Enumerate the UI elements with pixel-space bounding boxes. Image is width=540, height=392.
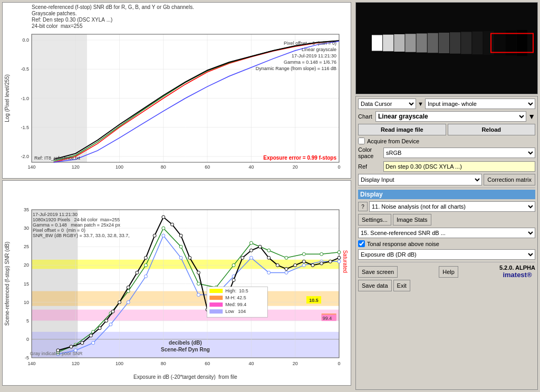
input-image-dropdown[interactable]: Input image- whole bbox=[425, 99, 535, 109]
acquire-row: Acquire from Device bbox=[358, 138, 535, 144]
read-reload-row: Read image file Reload bbox=[358, 124, 535, 135]
bottom-buttons-row: Save screen Help 5.2.0. ALPHA imatest® bbox=[358, 264, 535, 279]
display-dropdown-row: ? 11. Noise analysis (not for all charts… bbox=[358, 201, 535, 212]
chart-type-dropdown[interactable]: 15. Scene-referenced SNR dB ... bbox=[358, 228, 535, 238]
save-screen-button[interactable]: Save screen bbox=[358, 266, 398, 278]
color-space-row: Colorspace sRGB bbox=[358, 146, 535, 159]
image-stats-button[interactable]: Image Stats bbox=[393, 214, 431, 226]
chart-type-row: 15. Scene-referenced SNR dB ... bbox=[358, 228, 535, 238]
acquire-checkbox[interactable] bbox=[358, 138, 365, 144]
display-question-button[interactable]: ? bbox=[358, 202, 368, 211]
display-input-dropdown[interactable]: Display Input bbox=[358, 174, 482, 185]
cursor-dropdown[interactable]: Data Cursor bbox=[358, 99, 416, 109]
version-text: 5.2.0. ALPHA bbox=[499, 264, 535, 271]
read-image-button[interactable]: Read image file bbox=[358, 124, 446, 135]
imatest-logo: imatest® bbox=[503, 271, 532, 279]
acquire-label: Acquire from Device bbox=[367, 138, 419, 144]
chart-row: Chart Linear grayscale ▼ bbox=[358, 111, 535, 122]
chart-dropdown-arrow: ▼ bbox=[528, 112, 535, 121]
settings-button[interactable]: Settings... bbox=[358, 214, 391, 226]
reload-button[interactable]: Reload bbox=[448, 124, 536, 135]
tonal-response-row: Tonal response above noise bbox=[358, 240, 535, 247]
display-correction-row: Display Input Correction matrix bbox=[358, 174, 535, 185]
left-panel bbox=[0, 0, 353, 392]
display-section-header: Display bbox=[358, 190, 535, 199]
cursor-input-row: Data Cursor ▼ Input image- whole bbox=[358, 99, 535, 109]
ref-label: Ref bbox=[358, 163, 382, 170]
bottom-chart bbox=[2, 180, 351, 386]
save-data-button[interactable]: Save data bbox=[358, 280, 392, 291]
right-panel: Data Cursor ▼ Input image- whole Chart L… bbox=[353, 0, 540, 392]
color-space-dropdown[interactable]: sRGB bbox=[383, 148, 535, 158]
tonal-response-checkbox[interactable] bbox=[358, 240, 365, 247]
chart-label: Chart bbox=[358, 113, 374, 120]
color-space-label: Colorspace bbox=[358, 146, 382, 159]
help-button[interactable]: Help bbox=[439, 266, 458, 278]
top-chart bbox=[2, 2, 351, 179]
save-exit-row: Save data Exit bbox=[358, 280, 535, 291]
correction-matrix-button[interactable]: Correction matrix bbox=[484, 174, 535, 185]
ref-input[interactable] bbox=[383, 161, 535, 172]
chart-dropdown[interactable]: Linear grayscale bbox=[375, 111, 526, 122]
controls-panel: Data Cursor ▼ Input image- whole Chart L… bbox=[355, 96, 538, 390]
tonal-response-label: Tonal response above noise bbox=[367, 241, 439, 247]
settings-stats-row: Settings... Image Stats bbox=[358, 214, 535, 226]
exposure-db-row: Exposure dB (DR dB) bbox=[358, 249, 535, 260]
ref-row: Ref bbox=[358, 161, 535, 172]
exit-button[interactable]: Exit bbox=[393, 280, 410, 291]
exposure-db-dropdown[interactable]: Exposure dB (DR dB) bbox=[358, 249, 535, 260]
image-preview bbox=[355, 2, 538, 94]
display-option-dropdown[interactable]: 11. Noise analysis (not for all charts) bbox=[369, 201, 535, 212]
